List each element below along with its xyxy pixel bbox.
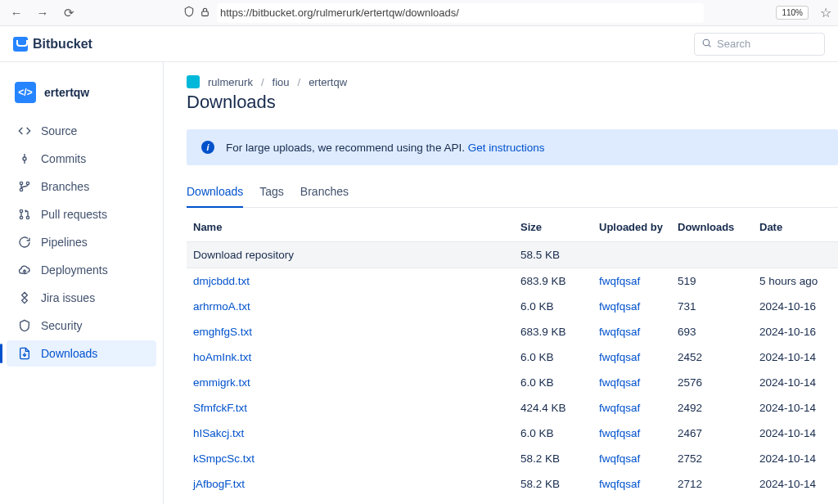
breadcrumb-separator: /: [298, 76, 301, 88]
file-date-cell: 2024-10-16: [753, 294, 838, 319]
sidebar-item-branches[interactable]: Branches: [7, 173, 156, 200]
svg-line-2: [709, 45, 710, 47]
tab-tags[interactable]: Tags: [259, 180, 284, 207]
search-icon: [701, 38, 712, 51]
breadcrumb-project[interactable]: fiou: [273, 76, 290, 88]
file-name-cell[interactable]: hoAmInk.txt: [187, 344, 514, 370]
app-header: Bitbucket: [0, 26, 838, 62]
download-repository-size: 58.5 KB: [514, 242, 592, 268]
sidebar-item-jira-issues[interactable]: Jira issues: [7, 285, 156, 311]
browser-back-button[interactable]: ←: [7, 3, 26, 23]
file-size-cell: 683.9 KB: [514, 319, 592, 344]
file-uploadedby-cell[interactable]: fwqfqsaf: [592, 370, 671, 395]
svg-point-1: [703, 39, 710, 46]
repo-chip[interactable]: </> ertertqw: [7, 79, 156, 116]
main-content: rulmerurk / fiou / ertertqw Downloads i …: [164, 62, 838, 504]
table-row: hoAmInk.txt6.0 KBfwqfqsaf24522024-10-14: [187, 344, 838, 370]
info-banner-link[interactable]: Get instructions: [468, 142, 545, 154]
svg-point-7: [20, 188, 22, 191]
sidebar-item-label: Jira issues: [41, 291, 95, 304]
file-name-cell[interactable]: kFhSAir.txt: [187, 497, 514, 504]
file-uploadedby-cell[interactable]: fwqfqsaf: [592, 344, 671, 370]
file-name-cell[interactable]: emghfgS.txt: [187, 319, 514, 344]
file-uploadedby-cell[interactable]: fwqfqsaf: [592, 319, 671, 344]
file-uploadedby-cell[interactable]: fwqfqsaf: [592, 471, 671, 497]
file-name-cell[interactable]: kSmpcSc.txt: [187, 446, 514, 471]
table-row: kFhSAir.txt2.0 MBfwqfqsaf24412024-10-14: [187, 497, 838, 504]
bitbucket-logo-icon: [13, 37, 28, 52]
browser-refresh-button[interactable]: ⟳: [59, 3, 79, 23]
file-date-cell: 2024-10-14: [753, 471, 838, 497]
file-date-cell: 2024-10-14: [753, 370, 838, 395]
file-size-cell: 424.4 KB: [514, 395, 592, 421]
file-name-cell[interactable]: arhrmoA.txt: [187, 294, 514, 319]
sidebar-item-source[interactable]: Source: [7, 118, 156, 144]
tab-downloads[interactable]: Downloads: [187, 180, 243, 208]
sidebar-item-label: Deployments: [41, 263, 108, 277]
file-date-cell: 2024-10-14: [753, 446, 838, 471]
file-date-cell: 5 hours ago: [753, 268, 838, 295]
download-repository-row[interactable]: Download repository 58.5 KB: [187, 242, 838, 268]
col-date-header: Date: [753, 213, 838, 242]
url-text[interactable]: https://bitbucket.org/rulmerurk/ertertqw…: [217, 3, 704, 23]
sidebar-item-downloads[interactable]: Downloads: [7, 340, 156, 367]
table-row: emghfgS.txt683.9 KBfwqfqsaf6932024-10-16: [187, 319, 838, 344]
page-title: Downloads: [187, 92, 838, 113]
file-uploadedby-cell[interactable]: fwqfqsaf: [592, 395, 671, 421]
file-uploadedby-cell[interactable]: fwqfqsaf: [592, 446, 671, 471]
table-row: arhrmoA.txt6.0 KBfwqfqsaf7312024-10-16: [187, 294, 838, 319]
table-row: emmigrk.txt6.0 KBfwqfqsaf25762024-10-14: [187, 370, 838, 395]
download-repository-label[interactable]: Download repository: [187, 242, 514, 268]
file-uploadedby-cell[interactable]: fwqfqsaf: [592, 421, 671, 446]
tracking-shield-icon: [183, 6, 195, 20]
file-name-cell[interactable]: SfmfckF.txt: [187, 395, 514, 421]
table-row: dmjcbdd.txt683.9 KBfwqfqsaf5195 hours ag…: [187, 268, 838, 295]
bookmark-star-icon[interactable]: ☆: [820, 5, 831, 20]
search-box[interactable]: [694, 33, 825, 56]
file-downloads-cell: 519: [671, 268, 753, 295]
file-uploadedby-cell[interactable]: fwqfqsaf: [592, 497, 671, 504]
sidebar-item-label: Branches: [41, 180, 89, 193]
svg-point-11: [26, 216, 29, 218]
file-downloads-cell: 731: [671, 294, 753, 319]
table-row: hISakcj.txt6.0 KBfwqfqsaf24672024-10-14: [187, 421, 838, 446]
file-date-cell: 2024-10-14: [753, 344, 838, 370]
file-name-cell[interactable]: dmjcbdd.txt: [187, 268, 514, 295]
downloads-icon: [18, 347, 31, 360]
file-uploadedby-cell[interactable]: fwqfqsaf: [592, 294, 671, 319]
file-name-cell[interactable]: emmigrk.txt: [187, 370, 514, 395]
zoom-badge[interactable]: 110%: [776, 6, 809, 20]
jira-icon: [18, 291, 31, 304]
tab-branches[interactable]: Branches: [300, 180, 349, 207]
svg-point-9: [20, 216, 22, 218]
file-name-cell[interactable]: jAfbogF.txt: [187, 471, 514, 497]
file-downloads-cell: 2467: [671, 421, 753, 446]
repo-avatar-icon: </>: [15, 82, 36, 103]
file-name-cell[interactable]: hISakcj.txt: [187, 421, 514, 446]
sidebar-item-deployments[interactable]: Deployments: [7, 257, 156, 283]
sidebar-item-commits[interactable]: Commits: [7, 146, 156, 172]
sidebar-item-pull-requests[interactable]: Pull requests: [7, 201, 156, 227]
brand[interactable]: Bitbucket: [13, 37, 92, 52]
files-table: Name Size Uploaded by Downloads Date Dow…: [187, 213, 838, 504]
file-uploadedby-cell[interactable]: fwqfqsaf: [592, 268, 671, 295]
file-date-cell: 2024-10-14: [753, 421, 838, 446]
table-row: SfmfckF.txt424.4 KBfwqfqsaf24922024-10-1…: [187, 395, 838, 421]
url-bar[interactable]: https://bitbucket.org/rulmerurk/ertertqw…: [183, 3, 704, 23]
file-downloads-cell: 2712: [671, 471, 753, 497]
sidebar-item-label: Source: [41, 124, 77, 137]
file-downloads-cell: 2441: [671, 497, 753, 504]
col-size-header: Size: [514, 213, 592, 242]
lock-icon: [200, 7, 210, 20]
browser-forward-button[interactable]: →: [33, 3, 52, 23]
breadcrumb-repo[interactable]: ertertqw: [309, 76, 347, 88]
file-size-cell: 2.0 MB: [514, 497, 592, 504]
breadcrumb-workspace[interactable]: rulmerurk: [208, 76, 253, 88]
sidebar-item-security[interactable]: Security: [7, 313, 156, 339]
file-downloads-cell: 2576: [671, 370, 753, 395]
commits-icon: [18, 152, 31, 165]
sidebar-item-pipelines[interactable]: Pipelines: [7, 229, 156, 255]
source-icon: [18, 124, 31, 137]
search-input[interactable]: [717, 38, 818, 50]
sidebar-item-label: Downloads: [41, 347, 97, 360]
